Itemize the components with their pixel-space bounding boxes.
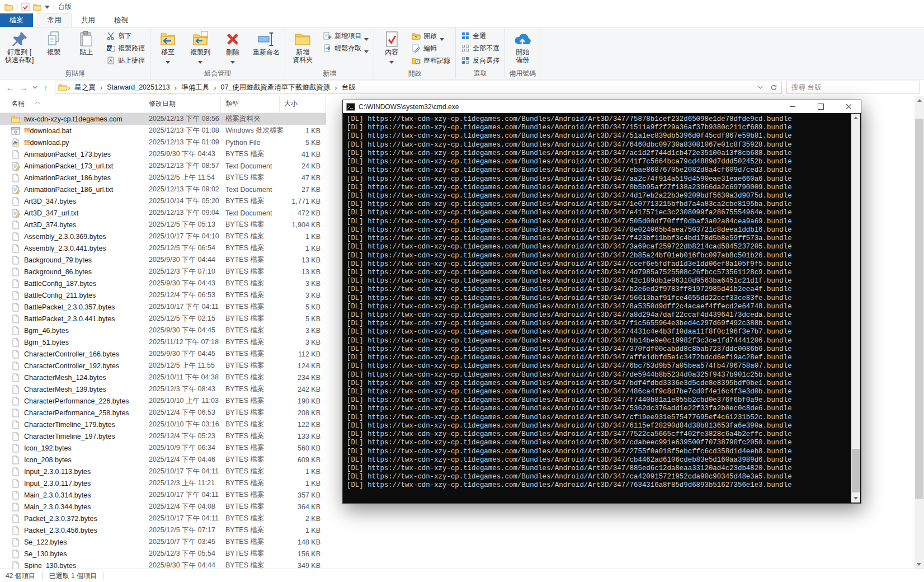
new-item-button[interactable]: 新增項目 xyxy=(319,30,373,42)
breadcrumb-item[interactable]: 準備工具 xyxy=(177,83,213,92)
file-row[interactable]: Input_2.3.0.117.bytes2025/12/3 上午 11:21B… xyxy=(0,477,326,489)
select-none-button[interactable]: 全部不選 xyxy=(457,42,503,54)
file-row[interactable]: Main_2.3.0.314.bytes2025/10/17 下午 04:11B… xyxy=(0,489,326,501)
invert-selection-button[interactable]: 反向選擇 xyxy=(457,54,503,67)
forward-button[interactable]: → xyxy=(17,81,30,94)
file-row[interactable]: twx-cdn-xzy-cp.t1degames.com2025/12/13 下… xyxy=(0,113,326,125)
file-row[interactable]: Packet_2.3.0.456.bytes2025/12/5 下午 07:17… xyxy=(0,524,326,536)
file-row[interactable]: Packet_2.3.0.372.bytes2025/10/17 下午 04:1… xyxy=(0,513,326,524)
properties-button[interactable]: 內容 xyxy=(375,28,408,59)
recent-locations-caret-icon[interactable] xyxy=(30,81,39,94)
file-row[interactable]: Se_130.bytes2025/12/3 下午 05:54BYTES 檔案15… xyxy=(0,548,326,560)
console-scrollbar[interactable] xyxy=(851,114,860,503)
file-row[interactable]: Spine_130.bytes2025/9/30 下午 04:44BYTES 檔… xyxy=(0,560,326,569)
file-row[interactable]: Art3D_374.bytes2025/12/5 下午 05:13BYTES 檔… xyxy=(0,219,326,231)
qat-customize-caret-icon[interactable] xyxy=(45,3,50,11)
scrollbar-thumb[interactable] xyxy=(852,449,860,492)
search-input[interactable] xyxy=(786,81,920,94)
close-button[interactable] xyxy=(836,100,861,113)
move-to-button[interactable]: 移至 xyxy=(152,28,184,59)
copy-to-button[interactable]: 複製到 xyxy=(184,28,216,59)
file-row[interactable]: CharacterMesh_124.bytes2025/10/11 下午 04:… xyxy=(0,372,326,383)
edit-button[interactable]: 編輯 xyxy=(408,42,454,54)
file-row[interactable]: Bgm_46.bytes2025/9/30 下午 04:45BYTES 檔案3 … xyxy=(0,325,326,336)
file-row[interactable]: Input_2.3.0.113.bytes2025/10/17 下午 04:11… xyxy=(0,466,326,477)
ribbon-tab-row: 檔案 常用 共用 檢視 xyxy=(0,13,924,27)
file-row[interactable]: Se_122.bytes2025/10/7 下午 03:45BYTES 檔案14… xyxy=(0,536,326,548)
up-button[interactable]: ↑ xyxy=(39,81,53,94)
column-header-name[interactable]: 名稱 xyxy=(0,96,144,112)
file-row[interactable]: CharacterPerformance_258.bytes2025/12/4 … xyxy=(0,407,326,419)
file-row[interactable]: AnimationPacket_186_url.txt2025/12/13 下午… xyxy=(0,184,326,195)
file-row[interactable]: Background_86.bytes2025/12/3 下午 07:10BYT… xyxy=(0,266,326,278)
file-name-cell: Se_122.bytes xyxy=(0,538,144,547)
file-row[interactable]: AnimationPacket_173.bytes2025/9/30 下午 04… xyxy=(0,148,326,160)
file-row[interactable]: BattleConfig_187.bytes2025/9/30 下午 04:43… xyxy=(0,278,326,289)
file-name: Assembly_2.3.0.441.bytes xyxy=(24,245,106,252)
scroll-up-icon[interactable] xyxy=(917,99,922,102)
file-row[interactable]: BattlePacket_2.3.0.441.bytes2025/12/5 下午… xyxy=(0,313,326,325)
copy-path-button[interactable]: W複製路徑 xyxy=(102,42,149,54)
tab-file[interactable]: 檔案 xyxy=(0,13,33,27)
file-row[interactable]: AnimationPacket_186.bytes2025/12/5 上午 11… xyxy=(0,172,326,184)
file-row[interactable]: !!!download.bat2025/12/13 下午 01:08Window… xyxy=(0,125,326,137)
tab-share[interactable]: 共用 xyxy=(72,13,105,27)
file-row[interactable]: !!!download.py2025/12/13 下午 01:09Python … xyxy=(0,137,326,148)
file-row[interactable]: CharacterTimeline_179.bytes2025/10/10 下午… xyxy=(0,419,326,430)
maximize-button[interactable] xyxy=(808,100,833,113)
column-header-size[interactable]: 大小 xyxy=(280,96,326,112)
column-header-type[interactable]: 類型 xyxy=(221,96,280,112)
paste-button[interactable]: 貼上 xyxy=(70,28,102,56)
cut-button[interactable]: 剪下 xyxy=(102,30,149,42)
back-button[interactable]: ← xyxy=(3,81,17,94)
breadcrumb-item[interactable]: Starward_20251213 xyxy=(103,83,174,91)
scroll-up-icon[interactable] xyxy=(854,116,858,119)
tab-view[interactable]: 檢視 xyxy=(105,13,138,27)
cmd-titlebar[interactable]: C:\WINDOWS\system32\cmd.exe xyxy=(343,100,861,113)
breadcrumb-item[interactable]: 星之翼 xyxy=(70,83,100,92)
minimize-button[interactable] xyxy=(780,100,805,113)
file-row[interactable]: Background_79.bytes2025/9/30 下午 04:44BYT… xyxy=(0,254,326,266)
select-all-button[interactable]: 全選 xyxy=(457,30,503,42)
file-row[interactable]: Art3D_347_url.txt2025/12/13 下午 09:04Text… xyxy=(0,207,326,219)
easy-access-button[interactable]: 輕鬆存取 xyxy=(319,42,373,54)
tab-home[interactable]: 常用 xyxy=(37,13,72,27)
column-header-date[interactable]: 修改日期 xyxy=(144,96,221,112)
file-row[interactable]: Art3D_347.bytes2025/10/14 下午 05:20BYTES … xyxy=(0,195,326,207)
scroll-down-icon[interactable] xyxy=(917,563,921,566)
file-row[interactable]: CharacterTimeline_197.bytes2025/12/4 下午 … xyxy=(0,430,326,442)
explorer-scrollbar[interactable] xyxy=(914,96,924,569)
breadcrumb-item[interactable]: 07_使用遊戲資產清單下載遊戲資源 xyxy=(216,83,334,92)
file-row[interactable]: Icon_192.bytes2025/10/9 下午 06:34BYTES 檔案… xyxy=(0,442,326,454)
file-row[interactable]: CharacterController_166.bytes2025/9/30 下… xyxy=(0,348,326,360)
file-row[interactable]: Bgm_51.bytes2025/11/12 下午 07:18BYTES 檔案3… xyxy=(0,336,326,348)
scroll-down-icon[interactable] xyxy=(854,497,858,500)
file-row[interactable]: Icon_208.bytes2025/12/4 下午 04:46BYTES 檔案… xyxy=(0,454,326,466)
breadcrumb[interactable]: ›星之翼›Starward_20251213›準備工具›07_使用遊戲資產清單下… xyxy=(55,81,782,94)
history-button[interactable]: 歷程記錄 xyxy=(408,54,454,67)
file-row[interactable]: CharacterMesh_139.bytes2025/12/3 下午 08:4… xyxy=(0,383,326,395)
button-label: 重新命名 xyxy=(253,48,280,56)
file-row[interactable]: Assembly_2.3.0.369.bytes2025/10/17 下午 04… xyxy=(0,231,326,242)
delete-button[interactable]: 刪除 xyxy=(216,28,249,59)
file-row[interactable]: CharacterPerformance_226.bytes2025/10/10… xyxy=(0,395,326,407)
pin-button[interactable]: 釘選到 [快速存取] xyxy=(1,28,37,64)
backup-button[interactable]: 開始備份 xyxy=(506,28,539,64)
file-row[interactable]: BattleConfig_211.bytes2025/12/4 下午 06:53… xyxy=(0,289,326,301)
qat-properties-icon[interactable] xyxy=(21,3,30,11)
rename-button[interactable]: 重新命名 xyxy=(249,28,284,56)
scrollbar-thumb[interactable] xyxy=(915,119,923,499)
paste-shortcut-button[interactable]: 貼上捷徑 xyxy=(102,54,149,67)
breadcrumb-item[interactable]: 台版 xyxy=(338,83,360,92)
file-row[interactable]: BattlePacket_2.3.0.357.bytes2025/10/17 下… xyxy=(0,301,326,313)
file-row[interactable]: CharacterController_192.bytes2025/12/5 上… xyxy=(0,360,326,372)
qat-new-folder-icon[interactable] xyxy=(33,3,41,11)
address-dropdown-caret-icon[interactable] xyxy=(755,81,766,94)
file-row[interactable]: Assembly_2.3.0.441.bytes2025/12/5 下午 06:… xyxy=(0,242,326,254)
file-row[interactable]: AnimationPacket_173_url.txt2025/12/13 下午… xyxy=(0,160,326,172)
file-row[interactable]: Main_2.3.0.344.bytes2025/12/4 下午 04:08BY… xyxy=(0,501,326,513)
refresh-icon[interactable] xyxy=(766,81,781,93)
new-folder-button[interactable]: 新增資料夾 xyxy=(286,28,319,64)
open-button[interactable]: 開啟 xyxy=(408,30,454,42)
copy-button[interactable]: 複製 xyxy=(37,28,70,56)
